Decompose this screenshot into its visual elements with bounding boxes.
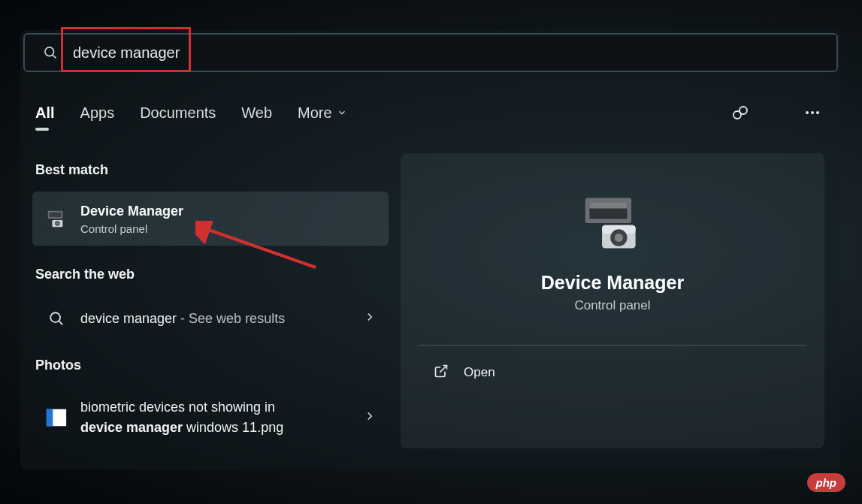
svg-rect-8 (50, 213, 62, 218)
section-best-match: Best match (35, 162, 389, 178)
svg-point-0 (45, 47, 54, 56)
more-options-icon[interactable] (799, 99, 826, 126)
photo-line2-rest: windows 11.png (183, 420, 283, 435)
svg-point-5 (811, 111, 814, 114)
photo-line2-bold: device manager (80, 420, 183, 435)
chat-icon[interactable] (727, 99, 754, 126)
svg-point-12 (50, 312, 60, 322)
device-manager-icon (431, 194, 794, 252)
result-device-manager[interactable]: Device Manager Control panel (32, 192, 389, 246)
svg-point-22 (615, 234, 623, 242)
detail-panel: Device Manager Control panel Open (401, 153, 824, 448)
tab-web[interactable]: Web (241, 104, 272, 122)
device-manager-icon (44, 207, 68, 231)
detail-subtitle: Control panel (431, 298, 794, 313)
open-external-icon (434, 364, 449, 382)
search-icon (43, 45, 58, 60)
tab-more[interactable]: More (298, 104, 347, 122)
result-title: Device Manager (80, 202, 377, 221)
svg-point-3 (740, 107, 747, 114)
search-icon (44, 306, 68, 330)
result-subtitle: Control panel (80, 222, 377, 235)
tab-more-label: More (298, 104, 332, 122)
tab-documents[interactable]: Documents (140, 104, 216, 122)
section-photos: Photos (35, 358, 389, 373)
open-action[interactable]: Open (431, 346, 794, 397)
svg-rect-18 (589, 202, 627, 208)
web-result-suffix: See web results (189, 311, 285, 326)
image-thumbnail-icon (44, 406, 68, 430)
svg-line-1 (53, 55, 56, 58)
result-web-search[interactable]: device manager - See web results (32, 296, 389, 341)
svg-rect-15 (47, 409, 53, 427)
tab-all[interactable]: All (35, 104, 55, 122)
search-bar (23, 33, 838, 72)
tab-apps[interactable]: Apps (80, 104, 115, 122)
web-result-query: device manager (80, 311, 177, 326)
open-label: Open (464, 365, 495, 380)
search-input[interactable] (73, 44, 818, 62)
svg-point-4 (806, 111, 809, 114)
chevron-right-icon (363, 409, 377, 426)
watermark-badge: php (807, 473, 846, 492)
detail-title: Device Manager (431, 272, 794, 294)
svg-line-13 (59, 321, 63, 325)
web-result-sep: - (177, 311, 189, 326)
chevron-down-icon (337, 107, 347, 118)
section-search-web: Search the web (35, 267, 389, 282)
svg-point-6 (816, 111, 819, 114)
svg-point-11 (56, 222, 59, 225)
result-photo-file[interactable]: biometric devices not showing in device … (32, 387, 389, 448)
chevron-right-icon (363, 310, 377, 327)
photo-line1: biometric devices not showing in (80, 400, 275, 415)
filter-tabs: All Apps Documents Web More (20, 75, 841, 134)
